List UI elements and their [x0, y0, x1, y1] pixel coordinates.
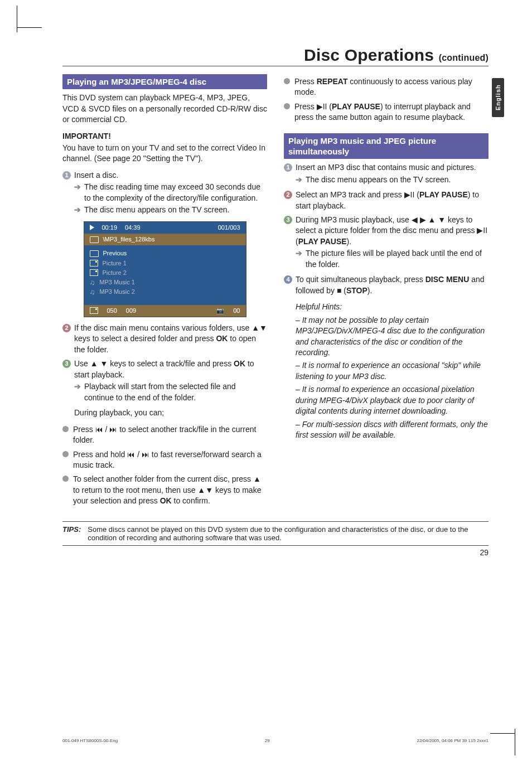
step-3-arrow: Playback will start from the selected fi…	[84, 381, 267, 403]
bullet-icon	[62, 476, 69, 482]
osd-foot-a: 050	[107, 307, 117, 315]
title-rule	[62, 66, 489, 66]
bullet-prev-next: Press ⏮ / ⏭ to select another track/file…	[62, 424, 267, 446]
osd-footer: 050 009 📷 00	[84, 305, 246, 317]
bullet-icon	[284, 78, 290, 84]
hints-label: Helpful Hints:	[296, 302, 489, 312]
step-number-4-icon: 4	[284, 275, 292, 284]
page-title-main: Disc Operations	[304, 46, 434, 64]
hint-text: It may not be possible to play certain M…	[296, 316, 485, 357]
bullet-text: Press ▶II (PLAY PAUSE) to interrupt play…	[294, 101, 489, 123]
osd-top-bar: 00:19 04:39 001/003	[84, 222, 246, 234]
page-title: Disc Operations (continued)	[62, 46, 489, 65]
crop-mark-bottom-right	[505, 729, 515, 755]
step-r1-text: Insert an MP3 disc that contains music a…	[296, 163, 476, 172]
osd-index: 001/003	[218, 224, 240, 232]
bullet-icon	[62, 426, 69, 432]
osd-item-label: Previous	[103, 249, 127, 258]
bullet-text: Press REPEAT continuously to access vari…	[294, 76, 489, 98]
imprint-left: 001-049 HTS8000S-00-Eng	[62, 738, 118, 743]
osd-path: \MP3_files_128kbs	[103, 235, 155, 244]
step-2-text: If the disc main menu contains various f…	[74, 323, 267, 354]
osd-screenshot: 00:19 04:39 001/003 \MP3_files_128kbs Pr…	[84, 221, 246, 317]
osd-body: Previous Picture 1 Picture 2 ♫MP3 Music …	[84, 245, 246, 304]
step-1: 1 Insert a disc. ➔The disc reading time …	[62, 170, 267, 217]
step-r3-text: During MP3 music playback, use ◀ ▶ ▲ ▼ k…	[296, 215, 487, 246]
picture-icon	[90, 269, 98, 276]
step-1-note-b: The disc menu appears on the TV screen.	[84, 205, 229, 215]
left-column: Playing an MP3/JPEG/MPEG-4 disc This DVD…	[62, 74, 267, 510]
camera-icon: 📷	[216, 307, 224, 315]
important-body: You have to turn on your TV and set to t…	[62, 143, 267, 164]
tips-box: TIPS: Some discs cannot be played on thi…	[62, 521, 489, 546]
step-3-text: Use ▲ ▼ keys to select a track/file and …	[74, 359, 254, 379]
step-number-1-icon: 1	[62, 171, 71, 180]
step-number-1-icon: 1	[284, 163, 292, 172]
osd-item: Picture 1	[90, 259, 240, 268]
hint-3: – It is normal to experience an occasion…	[296, 384, 489, 416]
hint-2: – It is normal to experience an occasion…	[296, 360, 489, 382]
step-r2-text: Select an MP3 track and press ▶II (PLAY …	[296, 190, 489, 211]
bullet-text: Press and hold ⏮ / ⏭ to fast reverse/for…	[73, 449, 267, 471]
page-title-continued: (continued)	[439, 53, 489, 62]
step-r3: 3 During MP3 music playback, use ◀ ▶ ▲ ▼…	[284, 215, 489, 271]
during-playback-label: During playback, you can;	[74, 408, 267, 418]
bullet-text: Press ⏮ / ⏭ to select another track/file…	[73, 424, 267, 446]
bullet-repeat: Press REPEAT continuously to access vari…	[284, 76, 489, 98]
bullet-play-pause: Press ▶II (PLAY PAUSE) to interrupt play…	[284, 101, 489, 123]
section-head-simultaneous: Playing MP3 music and JPEG picture simul…	[284, 133, 489, 159]
bullet-text: To select another folder from the curren…	[73, 474, 267, 506]
picture-icon	[90, 260, 98, 266]
step-number-3-icon: 3	[62, 360, 71, 368]
arrow-icon: ➔	[74, 182, 81, 203]
hint-text: For multi-session discs with different f…	[296, 420, 488, 439]
step-number-2-icon: 2	[284, 191, 292, 199]
important-label: IMPORTANT!	[62, 131, 267, 142]
language-tab: English	[492, 78, 504, 117]
osd-item-label: MP3 Music 2	[99, 288, 135, 296]
bullet-icon	[62, 451, 69, 457]
step-1-text: Insert a disc.	[74, 171, 118, 180]
osd-item-label: Picture 1	[103, 259, 127, 268]
folder-icon	[90, 250, 99, 257]
step-r2: 2 Select an MP3 track and press ▶II (PLA…	[284, 190, 489, 211]
tips-label: TIPS:	[62, 525, 81, 542]
tips-body: Some discs cannot be played on this DVD …	[88, 525, 489, 542]
repeat-label: REPEAT	[317, 77, 348, 86]
step-r1-arrow: The disc menu appears on the TV screen.	[306, 175, 451, 185]
step-number-2-icon: 2	[62, 324, 71, 332]
osd-item: Picture 2	[90, 268, 240, 278]
bullet-fast-search: Press and hold ⏮ / ⏭ to fast reverse/for…	[62, 449, 267, 471]
bullet-icon	[284, 103, 290, 109]
osd-path-bar: \MP3_files_128kbs	[84, 234, 246, 245]
arrow-icon: ➔	[296, 248, 302, 270]
osd-time-a: 00:19	[102, 224, 118, 232]
step-number-3-icon: 3	[284, 216, 292, 224]
arrow-icon: ➔	[296, 175, 302, 185]
txt: Press ▶II (	[294, 102, 332, 111]
intro-text: This DVD system can playback MPEG-4, MP3…	[62, 93, 267, 125]
step-r3-arrow: The picture files will be played back un…	[306, 248, 489, 270]
imprint-mid: 29	[265, 738, 270, 743]
imprint-right: 22/04/2005, 04:06 PM 39 115 2xxx1	[417, 738, 489, 743]
play-icon	[90, 225, 94, 230]
osd-item-label: Picture 2	[103, 269, 127, 277]
osd-item-label: MP3 Music 1	[99, 278, 135, 287]
crop-mark-top-left	[17, 6, 27, 32]
folder-icon	[90, 236, 99, 243]
step-r4-text: To quit simultaneous playback, press DIS…	[296, 274, 489, 296]
music-icon: ♫	[90, 289, 95, 295]
hint-text: It is normal to experience an occasional…	[296, 361, 481, 380]
step-r4: 4 To quit simultaneous playback, press D…	[284, 274, 489, 296]
arrow-icon: ➔	[74, 381, 81, 403]
osd-item: ♫MP3 Music 1	[90, 278, 240, 287]
osd-item: Previous	[90, 249, 240, 258]
right-column: Press REPEAT continuously to access vari…	[284, 74, 489, 510]
page-content: Disc Operations (continued) Playing an M…	[62, 46, 489, 722]
bullet-select-folder: To select another folder from the curren…	[62, 474, 267, 506]
page-number: 29	[62, 548, 489, 557]
imprint-footer: 001-049 HTS8000S-00-Eng 29 22/04/2005, 0…	[62, 738, 489, 743]
step-3: 3 Use ▲ ▼ keys to select a track/file an…	[62, 358, 267, 404]
osd-foot-c: 00	[233, 307, 240, 315]
hint-text: It is normal to experience an occasional…	[296, 385, 475, 415]
